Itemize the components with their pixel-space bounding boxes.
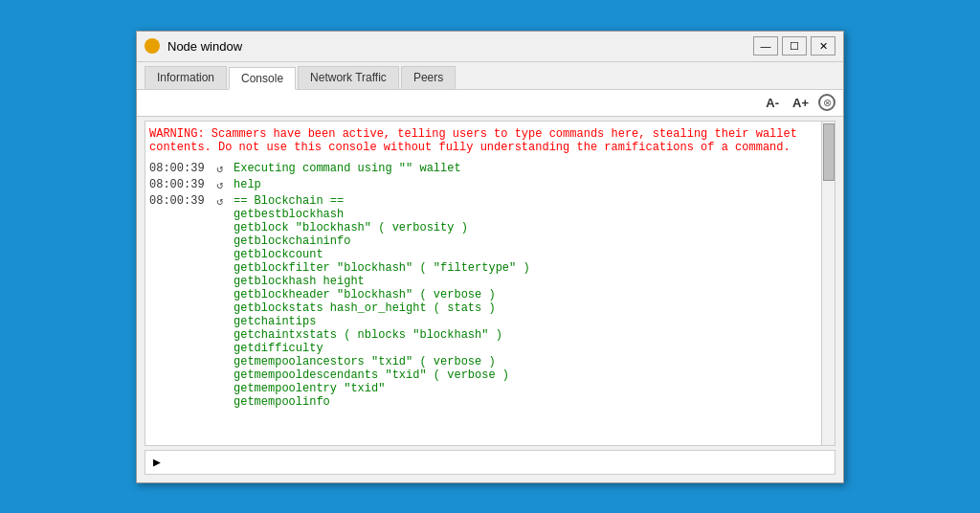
scrollbar-thumb[interactable] <box>823 123 835 181</box>
log-icon-3: ↺ <box>216 194 234 209</box>
console-output: WARNING: Scammers have been active, tell… <box>145 122 821 445</box>
log-icon-2: ↺ <box>216 178 234 192</box>
tab-network-traffic[interactable]: Network Traffic <box>298 66 399 89</box>
font-decrease-button[interactable]: A- <box>762 94 783 112</box>
window-title: Node window <box>167 39 753 54</box>
tab-console[interactable]: Console <box>229 67 296 90</box>
timestamp-2: 08:00:39 <box>149 178 216 191</box>
log-icon-1: ↺ <box>216 162 234 176</box>
log-line-1: 08:00:39 ↺ Executing command using "" wa… <box>149 162 817 176</box>
maximize-button[interactable]: ☐ <box>782 36 807 56</box>
log-line-2: 08:00:39 ↺ help <box>149 178 817 192</box>
console-input[interactable] <box>165 456 827 469</box>
tab-bar: Information Console Network Traffic Peer… <box>137 62 843 90</box>
warning-message: WARNING: Scammers have been active, tell… <box>149 125 817 156</box>
close-button[interactable]: ✕ <box>811 36 835 56</box>
window-icon <box>145 38 160 54</box>
node-window: Node window — ☐ ✕ Information Console Ne… <box>136 31 844 483</box>
console-input-area[interactable]: ▶ <box>145 450 835 475</box>
tab-peers[interactable]: Peers <box>401 66 456 89</box>
timestamp-1: 08:00:39 <box>149 162 216 175</box>
titlebar: Node window — ☐ ✕ <box>137 32 843 62</box>
log-line-3: 08:00:39 ↺ == Blockchain == getbestblock… <box>149 194 817 409</box>
timestamp-3: 08:00:39 <box>149 194 216 208</box>
tab-information[interactable]: Information <box>145 66 227 89</box>
console-toolbar: A- A+ ⊗ <box>137 90 843 117</box>
close-console-button[interactable]: ⊗ <box>818 94 835 111</box>
titlebar-controls: — ☐ ✕ <box>753 36 835 56</box>
scrollbar-track[interactable] <box>821 122 835 445</box>
log-text-3: == Blockchain == getbestblockhash getblo… <box>234 194 530 409</box>
font-increase-button[interactable]: A+ <box>789 94 813 112</box>
log-text-2: help <box>234 178 261 191</box>
minimize-button[interactable]: — <box>753 36 778 56</box>
console-prompt: ▶ <box>153 455 161 470</box>
log-text-1: Executing command using "" wallet <box>234 162 461 175</box>
console-area: WARNING: Scammers have been active, tell… <box>145 121 835 446</box>
